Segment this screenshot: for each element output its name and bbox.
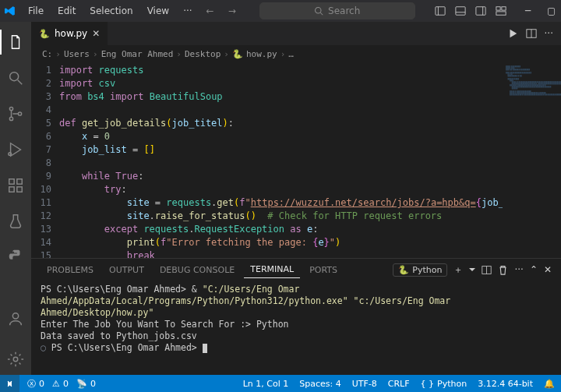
panel-tab-problems[interactable]: PROBLEMS — [41, 262, 100, 278]
window-controls: ─ ▢ ✕ — [517, 0, 561, 22]
kill-terminal-icon[interactable] — [498, 265, 508, 275]
run-file-icon[interactable] — [507, 28, 518, 39]
status-notifications-icon[interactable]: 🔔 — [544, 379, 555, 389]
menu-file[interactable]: File — [22, 2, 50, 19]
layout-controls — [434, 5, 507, 17]
panel-tab-debug[interactable]: DEBUG CONSOLE — [153, 262, 241, 278]
svg-point-14 — [9, 117, 12, 120]
search-icon — [314, 6, 323, 16]
status-language[interactable]: { } Python — [421, 379, 468, 389]
activity-bar — [0, 22, 31, 375]
title-bar: File Edit Selection View ··· ← → Search … — [0, 0, 561, 22]
menu-edit[interactable]: Edit — [51, 2, 82, 19]
close-panel-icon[interactable]: ✕ — [544, 264, 552, 275]
nav-back-icon[interactable]: ← — [202, 4, 219, 18]
svg-rect-20 — [17, 179, 22, 184]
crumb[interactable]: how.py — [246, 49, 277, 59]
command-center-search[interactable]: Search — [259, 2, 415, 19]
crumb[interactable]: C: — [42, 49, 52, 59]
svg-rect-19 — [17, 187, 22, 192]
activity-python-icon[interactable] — [0, 242, 31, 273]
svg-point-16 — [9, 153, 12, 156]
terminal-interpreter[interactable]: 🐍Python — [393, 263, 447, 277]
menu-view[interactable]: View — [141, 2, 175, 19]
status-encoding[interactable]: UTF-8 — [352, 379, 377, 389]
menu-selection[interactable]: Selection — [83, 2, 139, 19]
status-indent[interactable]: Spaces: 4 — [299, 379, 340, 389]
svg-point-21 — [12, 313, 18, 319]
panel-tab-terminal[interactable]: TERMINAL — [244, 261, 300, 278]
svg-point-13 — [9, 107, 12, 110]
split-terminal-icon[interactable] — [482, 265, 492, 275]
editor-group: 🐍 how.py ✕ ··· C:› Users› Eng Omar Ahmed… — [31, 22, 561, 375]
svg-point-15 — [18, 112, 21, 115]
panel-tabs: PROBLEMS OUTPUT DEBUG CONSOLE TERMINAL P… — [31, 259, 561, 281]
activity-settings-icon[interactable] — [0, 344, 31, 375]
code-lines[interactable]: import requests import csv from bs4 impo… — [59, 62, 503, 258]
svg-rect-8 — [496, 7, 500, 10]
toggle-panel-left-icon[interactable] — [434, 5, 446, 17]
status-ports[interactable]: 📡 0 — [76, 379, 96, 389]
svg-point-11 — [10, 72, 19, 81]
activity-testing-icon[interactable] — [0, 206, 31, 237]
crumb[interactable]: Desktop — [185, 49, 221, 59]
svg-rect-2 — [436, 7, 445, 16]
status-eol[interactable]: CRLF — [388, 379, 410, 389]
panel-actions: 🐍Python ＋ ··· ⌃ ✕ — [393, 263, 552, 277]
status-errors[interactable]: ⓧ 0 — [27, 378, 44, 390]
minimap[interactable]: ████ ████████ ████ ███ ███ ██ ██████ ███… — [503, 62, 561, 258]
minimize-icon[interactable]: ─ — [517, 0, 540, 22]
svg-line-1 — [320, 12, 323, 15]
activity-extensions-icon[interactable] — [0, 170, 31, 201]
terminal-content[interactable]: PS C:\Users\Eng Omar Ahmed> & "C:/Users/… — [31, 281, 561, 375]
more-terminal-icon[interactable]: ··· — [514, 264, 523, 275]
code-editor[interactable]: 12345678910111213141516171819 import req… — [31, 62, 561, 258]
svg-rect-9 — [502, 7, 506, 10]
status-warnings[interactable]: ⚠ 0 — [52, 379, 69, 389]
more-actions-icon[interactable]: ··· — [545, 28, 553, 39]
status-python-version[interactable]: 3.12.4 64-bit — [478, 379, 533, 389]
nav-forward-icon[interactable]: → — [224, 4, 241, 18]
term-line: Enter The Job You Want To Search For :> … — [41, 319, 552, 330]
editor-tabs: 🐍 how.py ✕ ··· — [31, 22, 561, 45]
panel-tab-output[interactable]: OUTPUT — [103, 262, 150, 278]
maximize-panel-icon[interactable]: ⌃ — [530, 264, 538, 275]
term-line: Data saved to Python_jobs.csv — [41, 330, 552, 342]
tab-how-py[interactable]: 🐍 how.py ✕ — [31, 22, 108, 45]
panel-tab-ports[interactable]: PORTS — [303, 262, 344, 278]
crumb[interactable]: Users — [64, 49, 90, 59]
crumb[interactable]: … — [288, 49, 294, 59]
main-area: 🐍 how.py ✕ ··· C:› Users› Eng Omar Ahmed… — [0, 22, 561, 375]
svg-rect-17 — [9, 179, 14, 184]
customize-layout-icon[interactable] — [495, 5, 507, 17]
activity-explorer-icon[interactable] — [0, 26, 31, 58]
new-terminal-icon[interactable]: ＋ — [453, 263, 463, 277]
vscode-logo-icon — [5, 5, 16, 17]
activity-accounts-icon[interactable] — [0, 303, 31, 334]
status-bar: ⓧ 0 ⚠ 0 📡 0 Ln 1, Col 1 Spaces: 4 UTF-8 … — [0, 375, 561, 392]
svg-rect-6 — [476, 7, 485, 16]
svg-rect-18 — [9, 187, 14, 192]
remote-indicator-icon[interactable] — [0, 375, 19, 392]
split-editor-icon[interactable] — [526, 28, 537, 39]
editor-actions: ··· — [507, 22, 561, 45]
toggle-panel-right-icon[interactable] — [475, 5, 487, 17]
activity-source-control-icon[interactable] — [0, 98, 31, 129]
status-cursor-pos[interactable]: Ln 1, Col 1 — [243, 379, 289, 389]
term-prompt: PS C:\Users\Eng Omar Ahmed> — [51, 342, 203, 353]
term-line: PS C:\Users\Eng Omar Ahmed> & — [41, 284, 203, 295]
crumb[interactable]: Eng Omar Ahmed — [101, 49, 174, 59]
search-placeholder: Search — [328, 5, 360, 16]
tab-close-icon[interactable]: ✕ — [92, 28, 100, 39]
toggle-panel-bottom-icon[interactable] — [454, 5, 467, 17]
breadcrumbs[interactable]: C:› Users› Eng Omar Ahmed› Desktop› 🐍 ho… — [31, 45, 561, 62]
line-number-gutter: 12345678910111213141516171819 — [31, 62, 59, 258]
svg-rect-10 — [496, 12, 506, 15]
menu-more[interactable]: ··· — [177, 2, 198, 19]
maximize-icon[interactable]: ▢ — [540, 0, 561, 22]
nav-arrows: ← → — [202, 4, 241, 18]
python-file-icon: 🐍 — [39, 29, 50, 39]
terminal-dropdown-icon[interactable] — [469, 267, 475, 273]
activity-search-icon[interactable] — [0, 62, 31, 94]
activity-run-icon[interactable] — [0, 134, 31, 165]
